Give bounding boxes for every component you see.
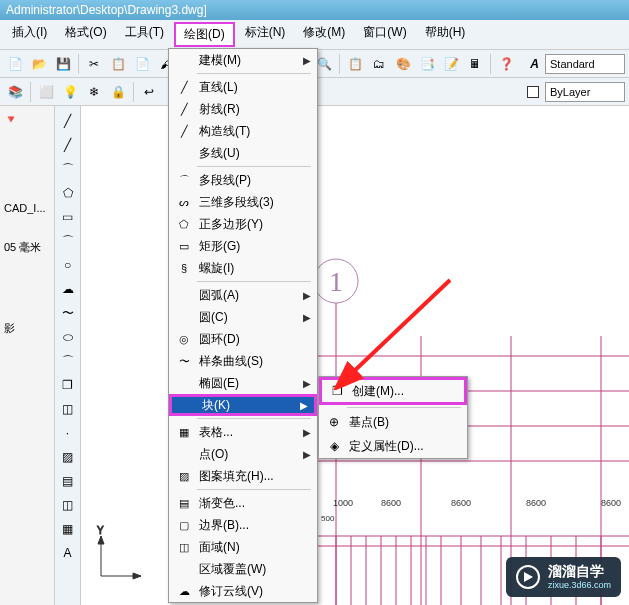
panel-item[interactable] [2,129,52,199]
menu-item[interactable]: 点(O)▶ [169,443,317,465]
cut-button[interactable]: ✂ [83,53,105,75]
menu-item-label: 螺旋(I) [199,260,311,277]
submenu-item[interactable]: ⊕基点(B) [319,410,467,434]
table-icon[interactable]: ▦ [57,518,79,540]
layer-prop-button[interactable]: 📚 [4,81,26,103]
menu-item[interactable]: 圆弧(A)▶ [169,284,317,306]
svg-text:8600: 8600 [451,498,471,508]
menu-item[interactable]: ╱直线(L) [169,76,317,98]
panel-item[interactable] [2,258,52,318]
make-block-icon[interactable]: ◫ [57,398,79,420]
menu-window[interactable]: 窗口(W) [355,22,414,47]
polygon-icon[interactable]: ⬠ [57,182,79,204]
copy-button[interactable]: 📋 [107,53,129,75]
separator [490,54,491,74]
menu-bar: 插入(I) 格式(O) 工具(T) 绘图(D) 标注(N) 修改(M) 窗口(W… [0,20,629,50]
menu-item-label: 多段线(P) [199,172,311,189]
draw-menu-dropdown: 建模(M)▶╱直线(L)╱射线(R)╱构造线(T)多线(U)⌒多段线(P)ᔕ三维… [168,48,318,603]
menu-item[interactable]: 圆(C)▶ [169,306,317,328]
panel-item-shadow[interactable]: 影 [2,318,52,339]
hatch-icon[interactable]: ▨ [57,446,79,468]
color-swatch [527,86,539,98]
menu-item[interactable]: 区域覆盖(W) [169,558,317,580]
gradient-icon[interactable]: ▤ [57,470,79,492]
menu-divider [197,73,311,74]
help-button[interactable]: ❓ [495,53,517,75]
menu-item[interactable]: 建模(M)▶ [169,49,317,71]
menu-item-label: 椭圆(E) [199,375,303,392]
menu-item[interactable]: ╱构造线(T) [169,120,317,142]
menu-item[interactable]: ▦表格...▶ [169,421,317,443]
menu-item[interactable]: ◫面域(N) [169,536,317,558]
menu-item[interactable]: ▢边界(B)... [169,514,317,536]
sheet-button[interactable]: 📑 [416,53,438,75]
point-icon[interactable]: · [57,422,79,444]
menu-insert[interactable]: 插入(I) [4,22,55,47]
markup-button[interactable]: 📝 [440,53,462,75]
design-center-button[interactable]: 🗂 [368,53,390,75]
menu-dimension[interactable]: 标注(N) [237,22,294,47]
properties-button[interactable]: 📋 [344,53,366,75]
menu-item[interactable]: ☁修订云线(V) [169,580,317,602]
new-button[interactable]: 📄 [4,53,26,75]
spline-icon[interactable]: 〜 [57,302,79,324]
menu-item-label: 直线(L) [199,79,311,96]
menu-modify[interactable]: 修改(M) [295,22,353,47]
layer-off-button[interactable]: 💡 [59,81,81,103]
revcloud-icon[interactable]: ☁ [57,278,79,300]
circle-icon[interactable]: ○ [57,254,79,276]
menu-item-icon: 〜 [175,354,193,369]
menu-tools[interactable]: 工具(T) [117,22,172,47]
menu-item[interactable]: 椭圆(E)▶ [169,372,317,394]
ellipse-icon[interactable]: ⬭ [57,326,79,348]
layer-state-button[interactable]: ⬜ [35,81,57,103]
calc-button[interactable]: 🖩 [464,53,486,75]
menu-item[interactable]: ▤渐变色... [169,492,317,514]
menu-item[interactable]: ᔕ三维多段线(3) [169,191,317,213]
panel-funnel-icon[interactable]: 🔻 [2,110,52,129]
menu-item[interactable]: 多线(U) [169,142,317,164]
region-icon[interactable]: ◫ [57,494,79,516]
rectangle-icon[interactable]: ▭ [57,206,79,228]
submenu-item[interactable]: ◈定义属性(D)... [319,434,467,458]
line-icon[interactable]: ╱ [57,110,79,132]
menu-item[interactable]: ◎圆环(D) [169,328,317,350]
panel-item-cad[interactable]: CAD_I... [2,199,52,217]
menu-format[interactable]: 格式(O) [57,22,114,47]
menu-divider [197,166,311,167]
menu-item-icon: ◫ [175,541,193,554]
menu-item[interactable]: 〜样条曲线(S) [169,350,317,372]
insert-block-icon[interactable]: ❐ [57,374,79,396]
svg-marker-34 [133,573,141,579]
style-combo[interactable]: Standard [545,54,625,74]
layer-lock-button[interactable]: 🔒 [107,81,129,103]
ucs-icon: Y [97,525,141,579]
menu-item-label: 射线(R) [199,101,311,118]
menu-item[interactable]: ⌒多段线(P) [169,169,317,191]
panel-item-mm[interactable]: 05 毫米 [2,237,52,258]
menu-item[interactable]: §螺旋(I) [169,257,317,279]
menu-draw[interactable]: 绘图(D) [174,22,235,47]
save-button[interactable]: 💾 [52,53,74,75]
open-button[interactable]: 📂 [28,53,50,75]
menu-item[interactable]: ⬠正多边形(Y) [169,213,317,235]
polyline-icon[interactable]: ⌒ [57,158,79,180]
layer-freeze-button[interactable]: ❄ [83,81,105,103]
layer-color-combo[interactable]: ByLayer [545,82,625,102]
paste-button[interactable]: 📄 [131,53,153,75]
layer-prev-button[interactable]: ↩ [138,81,160,103]
menu-item[interactable]: ▭矩形(G) [169,235,317,257]
menu-help[interactable]: 帮助(H) [417,22,474,47]
submenu-item-icon: ⊕ [325,415,343,429]
submenu-item[interactable]: ❐创建(M)... [319,377,467,405]
xline-icon[interactable]: ╱ [57,134,79,156]
arc-icon[interactable]: ⌒ [57,230,79,252]
ellipse-arc-icon[interactable]: ⌒ [57,350,79,372]
mtext-icon[interactable]: A [57,542,79,564]
tool-palette-button[interactable]: 🎨 [392,53,414,75]
menu-item[interactable]: 块(K)▶ [169,394,317,416]
drawing-canvas[interactable]: 1 1000 8600 8600 8600 8600 500 [81,106,629,605]
panel-item[interactable] [2,217,52,237]
menu-item[interactable]: ╱射线(R) [169,98,317,120]
menu-item[interactable]: ▨图案填充(H)... [169,465,317,487]
